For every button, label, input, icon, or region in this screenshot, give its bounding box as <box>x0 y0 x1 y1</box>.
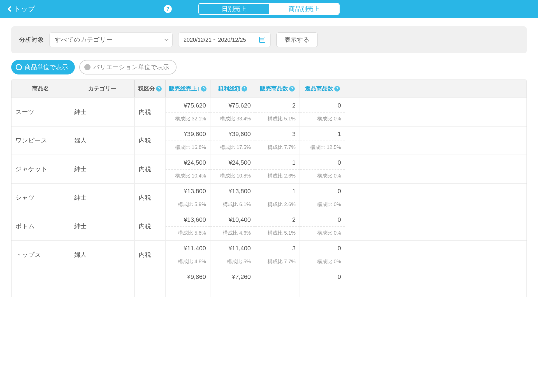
metric-ratio: 構成比 10.8% <box>210 169 255 183</box>
table-cell: 婦人 <box>70 241 135 269</box>
table-cell: ¥13,800構成比 5.9% <box>166 184 210 212</box>
table-cell: ¥9,860 <box>166 269 210 297</box>
table-cell: ¥11,400構成比 4.8% <box>166 241 210 269</box>
table-cell: 紳士 <box>70 184 135 212</box>
metric-ratio: 構成比 2.6% <box>255 198 300 212</box>
table-cell: 0 <box>300 269 345 297</box>
metric-value: 3 <box>255 241 300 255</box>
table-header: 商品名 カテゴリー 税区分 ? 販売総売上↓ ? 粗利総額 ? 販売商品数 ? … <box>11 80 527 97</box>
header-bar: トップ 日別売上 商品別売上 ? <box>0 0 538 18</box>
table-cell: 0構成比 0% <box>300 241 345 269</box>
col-return-qty[interactable]: 返品商品数 ? <box>300 80 345 97</box>
display-unit-toggle: 商品単位で表示 バリエーション単位で表示 <box>11 60 527 74</box>
metric-ratio: 構成比 5.9% <box>166 198 210 212</box>
table-cell: 1構成比 2.6% <box>255 155 300 183</box>
help-icon[interactable]: ? <box>242 86 247 92</box>
metric-value: ¥13,800 <box>210 184 255 198</box>
metric-ratio: 構成比 0% <box>300 226 345 240</box>
tab-daily-sales[interactable]: 日別売上 <box>199 4 269 14</box>
table-cell: ¥24,500構成比 10.8% <box>210 155 255 183</box>
table-cell: 内税 <box>135 127 166 155</box>
table-cell: 2構成比 5.1% <box>255 212 300 240</box>
toggle-by-variation[interactable]: バリエーション単位で表示 <box>79 60 177 74</box>
table-row: スーツ紳士内税¥75,620構成比 32.1%¥75,620構成比 33.4%2… <box>11 97 527 126</box>
tab-product-sales[interactable]: 商品別売上 <box>269 4 339 14</box>
table-cell: 1構成比 2.6% <box>255 184 300 212</box>
table-row: ジャケット紳士内税¥24,500構成比 10.4%¥24,500構成比 10.8… <box>11 155 527 183</box>
table-cell: シャツ <box>11 184 70 212</box>
metric-ratio: 構成比 7.7% <box>255 141 300 155</box>
filter-label: 分析対象 <box>19 36 44 44</box>
metric-value: 0 <box>300 155 345 169</box>
table-cell: スーツ <box>11 98 70 126</box>
metric-value: 2 <box>255 212 300 226</box>
metric-value <box>255 269 300 276</box>
metric-ratio: 構成比 17.5% <box>210 141 255 155</box>
table-cell: 0構成比 0% <box>300 184 345 212</box>
toggle-by-variation-label: バリエーション単位で表示 <box>93 63 169 71</box>
view-tab-switch: 日別売上 商品別売上 <box>198 3 340 15</box>
table-cell <box>70 269 135 297</box>
radio-selected-icon <box>16 64 22 70</box>
table-cell: ¥39,600構成比 16.8% <box>166 127 210 155</box>
metric-value: ¥24,500 <box>166 155 210 169</box>
help-icon[interactable]: ? <box>156 86 162 92</box>
help-icon[interactable]: ? <box>334 86 340 92</box>
metric-value: 2 <box>255 98 300 112</box>
table-cell: ¥10,400構成比 4.6% <box>210 212 255 240</box>
table-cell: ジャケット <box>11 155 70 183</box>
table-cell: 紳士 <box>70 98 135 126</box>
metric-ratio: 構成比 16.8% <box>166 141 210 155</box>
metric-value: 0 <box>300 98 345 112</box>
col-product-name: 商品名 <box>11 80 70 97</box>
table-cell: 0構成比 0% <box>300 212 345 240</box>
metric-ratio: 構成比 5.1% <box>255 112 300 126</box>
category-select[interactable]: すべてのカテゴリー <box>49 32 173 47</box>
metric-ratio: 構成比 12.5% <box>300 141 345 155</box>
table-cell: 内税 <box>135 98 166 126</box>
col-gross-profit[interactable]: 粗利総額 ? <box>210 80 255 97</box>
table-cell: 0構成比 0% <box>300 155 345 183</box>
metric-value: ¥13,600 <box>166 212 210 226</box>
metric-ratio: 構成比 32.1% <box>166 112 210 126</box>
col-sold-qty[interactable]: 販売商品数 ? <box>255 80 300 97</box>
metric-value: ¥7,260 <box>210 269 255 283</box>
chevron-left-icon <box>8 6 13 12</box>
table-cell: 内税 <box>135 184 166 212</box>
table-cell: ¥75,620構成比 33.4% <box>210 98 255 126</box>
table-cell <box>255 269 300 297</box>
metric-value: ¥10,400 <box>210 212 255 226</box>
metric-value: 1 <box>255 155 300 169</box>
table-row: トップス婦人内税¥11,400構成比 4.8%¥11,400構成比 5%3構成比… <box>11 240 527 269</box>
metric-value: 0 <box>300 269 345 283</box>
metric-value: 3 <box>255 127 300 141</box>
radio-unselected-icon <box>84 64 91 70</box>
col-total-sales[interactable]: 販売総売上↓ ? <box>166 80 210 97</box>
metric-ratio: 構成比 0% <box>300 169 345 183</box>
metric-ratio: 構成比 4.6% <box>210 226 255 240</box>
help-icon[interactable]: ? <box>201 86 207 92</box>
metric-value: ¥11,400 <box>210 241 255 255</box>
metric-value: ¥24,500 <box>210 155 255 169</box>
show-button[interactable]: 表示する <box>276 32 318 47</box>
table-cell: ¥13,600構成比 5.8% <box>166 212 210 240</box>
back-label: トップ <box>14 4 35 13</box>
metric-value: ¥9,860 <box>166 269 210 283</box>
metric-value: ¥75,620 <box>210 98 255 112</box>
table-cell: 内税 <box>135 212 166 240</box>
back-button[interactable]: トップ <box>8 4 35 13</box>
metric-value: ¥11,400 <box>166 241 210 255</box>
toggle-by-product[interactable]: 商品単位で表示 <box>11 60 75 74</box>
category-selected-value: すべてのカテゴリー <box>55 36 112 44</box>
help-icon[interactable]: ? <box>164 5 172 13</box>
help-icon[interactable]: ? <box>289 86 295 92</box>
table-cell: ¥24,500構成比 10.4% <box>166 155 210 183</box>
metric-ratio: 構成比 5% <box>210 255 255 269</box>
table-row: ¥9,860¥7,2600 <box>11 269 527 297</box>
table-cell: 紳士 <box>70 212 135 240</box>
date-range-picker[interactable]: 2020/12/21 ~ 2020/12/25 <box>178 32 271 47</box>
metric-value: 1 <box>300 127 345 141</box>
filter-panel: 分析対象 すべてのカテゴリー 2020/12/21 ~ 2020/12/25 表… <box>11 26 527 53</box>
toggle-by-product-label: 商品単位で表示 <box>25 63 68 71</box>
table-cell: 2構成比 5.1% <box>255 98 300 126</box>
